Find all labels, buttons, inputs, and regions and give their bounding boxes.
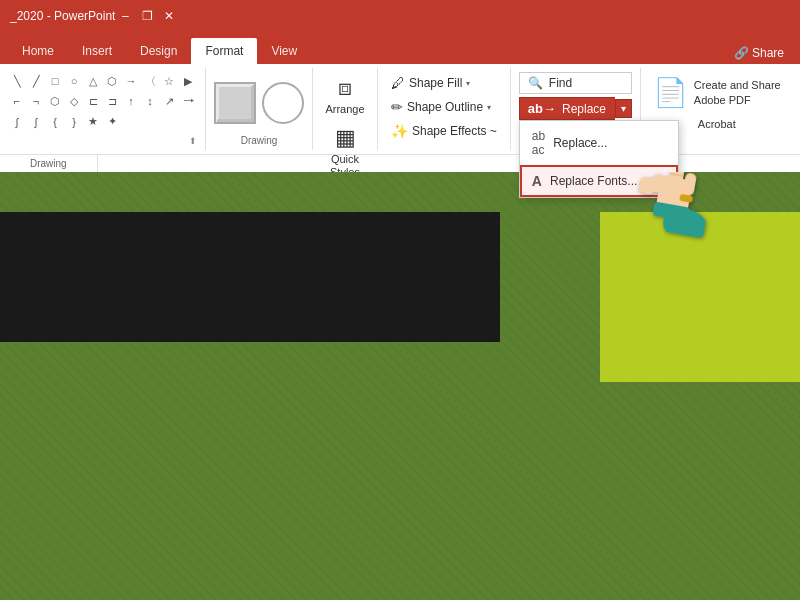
cursor-svg — [624, 172, 718, 238]
shape-r3c5[interactable]: ★ — [84, 113, 102, 131]
find-replace-group: 🔍 Find ab→ Replace ▾ abac Replace... — [511, 68, 641, 150]
close-button[interactable]: ✕ — [159, 6, 179, 26]
title-bar: _2020 - PowerPoint – ❐ ✕ — [0, 0, 800, 32]
shape-r3c10[interactable] — [179, 113, 197, 131]
arrange-icon: ⧈ — [338, 75, 352, 101]
create-share-label: Create and ShareAdobe PDF — [694, 78, 781, 107]
shape-r2c8[interactable]: ↕ — [141, 92, 159, 110]
quick-styles-icon: ▦ — [335, 125, 356, 151]
shape-r3c2[interactable]: ∫ — [27, 113, 45, 131]
shape-options-group: 🖊 Shape Fill ▾ ✏ Shape Outline ▾ ✨ Shape… — [378, 68, 511, 150]
tab-design[interactable]: Design — [126, 38, 191, 64]
shape-r2c10[interactable]: ⭢ — [179, 92, 197, 110]
create-share-text: Create and ShareAdobe PDF — [694, 78, 781, 107]
shape-fill-button[interactable]: 🖊 Shape Fill ▾ — [386, 72, 502, 94]
shape-triangle[interactable]: △ — [84, 72, 102, 90]
shape-r2c6[interactable]: ⊐ — [103, 92, 121, 110]
minimize-button[interactable]: – — [115, 6, 135, 26]
replace-ab-icon: ab→ — [528, 101, 556, 116]
replace-button[interactable]: ab→ Replace — [519, 97, 615, 120]
shapes-group-label: ⬆ — [189, 134, 197, 146]
ribbon-wrapper: _2020 - PowerPoint – ❐ ✕ Home Insert Des… — [0, 0, 800, 172]
shape-star[interactable]: ☆ — [160, 72, 178, 90]
shape-effects-button[interactable]: ✨ Shape Effects ~ — [386, 120, 502, 142]
shape-r3c1[interactable]: ∫ — [8, 113, 26, 131]
shape-hex[interactable]: ⬡ — [103, 72, 121, 90]
title-bar-text: _2020 - PowerPoint — [10, 9, 115, 23]
shape-arrow[interactable]: → — [122, 72, 140, 90]
shape-rect[interactable]: □ — [46, 72, 64, 90]
ribbon-tabs: Home Insert Design Format View 🔗 Share — [0, 32, 800, 64]
shape-outline-icon: ✏ — [391, 99, 403, 115]
shape-r2c4[interactable]: ◇ — [65, 92, 83, 110]
shape-line[interactable]: ╲ — [8, 72, 26, 90]
shape-r3c8[interactable] — [141, 113, 159, 131]
ribbon-label-row: Drawing — [0, 154, 800, 172]
share-button[interactable]: 🔗 Share — [726, 42, 792, 64]
shape-circle-preview[interactable] — [262, 82, 304, 124]
shape-r2c7[interactable]: ↑ — [122, 92, 140, 110]
shapes-group: ╲ ╱ □ ○ △ ⬡ → 〈 ☆ ▶ ⌐ ¬ ⬡ ◇ ⊏ ⊐ ↑ ↕ ↗ ⭢ — [0, 68, 206, 150]
shape-r2c5[interactable]: ⊏ — [84, 92, 102, 110]
ribbon-content: ╲ ╱ □ ○ △ ⬡ → 〈 ☆ ▶ ⌐ ¬ ⬡ ◇ ⊏ ⊐ ↑ ↕ ↗ ⭢ — [0, 64, 800, 154]
shape-outline-dropdown[interactable]: ▾ — [487, 103, 491, 112]
shape-line2[interactable]: ╱ — [27, 72, 45, 90]
drawing-label: Drawing — [0, 155, 98, 172]
shape-effects-icon: ✨ — [391, 123, 408, 139]
arrange-button[interactable]: ⧈ Arrange — [317, 72, 373, 120]
color-swatch[interactable] — [214, 82, 256, 124]
svg-rect-3 — [682, 172, 697, 196]
find-search-icon: 🔍 — [528, 76, 543, 90]
tab-format[interactable]: Format — [191, 38, 257, 64]
tab-insert[interactable]: Insert — [68, 38, 126, 64]
shape-fill-dropdown[interactable]: ▾ — [466, 79, 470, 88]
arrange-styles-group: ⧈ Arrange ▦ Quick Styles — [313, 68, 378, 150]
shape-bracket[interactable]: 〈 — [141, 72, 159, 90]
title-bar-controls: – ❐ ✕ — [115, 6, 179, 26]
shape-r3c7[interactable] — [122, 113, 140, 131]
replace-fonts-icon: A — [532, 173, 542, 189]
find-button[interactable]: 🔍 Find — [519, 72, 632, 94]
shape-r3c6[interactable]: ✦ — [103, 113, 121, 131]
shapes-grid: ╲ ╱ □ ○ △ ⬡ → 〈 ☆ ▶ ⌐ ¬ ⬡ ◇ ⊏ ⊐ ↑ ↕ ↗ ⭢ — [8, 72, 197, 132]
shape-r2c9[interactable]: ↗ — [160, 92, 178, 110]
shape-fill-icon: 🖊 — [391, 75, 405, 91]
shape-r3c3[interactable]: { — [46, 113, 64, 131]
shape-r2c1[interactable]: ⌐ — [8, 92, 26, 110]
shape-circle[interactable]: ○ — [65, 72, 83, 90]
shape-play[interactable]: ▶ — [179, 72, 197, 90]
black-rectangle — [0, 212, 500, 342]
shape-outline-button[interactable]: ✏ Shape Outline ▾ — [386, 96, 502, 118]
drawing-group: Drawing — [206, 68, 313, 150]
tab-view[interactable]: View — [257, 38, 311, 64]
replace-menu-item[interactable]: abac Replace... — [520, 121, 678, 165]
tab-home[interactable]: Home — [8, 38, 68, 64]
replace-item-icon: abac — [532, 129, 545, 157]
shape-r3c9[interactable] — [160, 113, 178, 131]
shape-r2c3[interactable]: ⬡ — [46, 92, 64, 110]
shape-r2c2[interactable]: ¬ — [27, 92, 45, 110]
replace-button-group: ab→ Replace ▾ — [519, 97, 632, 120]
replace-dropdown-button[interactable]: ▾ — [615, 99, 632, 118]
restore-button[interactable]: ❐ — [137, 6, 157, 26]
shape-r3c4[interactable]: } — [65, 113, 83, 131]
drawing-group-label: Drawing — [241, 133, 278, 146]
pdf-icon: 📄 — [653, 76, 688, 109]
slide-area — [0, 172, 800, 600]
create-pdf-button[interactable]: 📄 Create and ShareAdobe PDF — [649, 72, 785, 113]
